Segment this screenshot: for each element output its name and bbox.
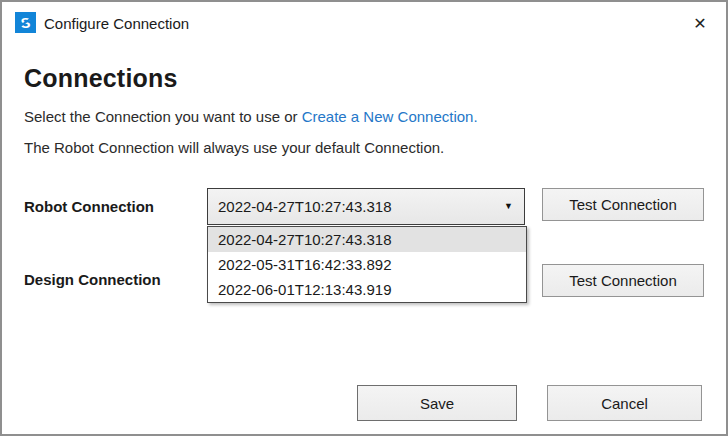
dropdown-option[interactable]: 2022-05-31T16:42:33.892 <box>208 252 526 277</box>
close-button[interactable]: ✕ <box>686 10 714 38</box>
save-button[interactable]: Save <box>357 385 517 421</box>
dropdown-option[interactable]: 2022-06-01T12:13:43.919 <box>208 277 526 302</box>
robot-test-connection-button[interactable]: Test Connection <box>542 188 704 221</box>
connection-dropdown-list: 2022-04-27T10:27:43.318 2022-05-31T16:42… <box>207 226 527 303</box>
window-title: Configure Connection <box>44 15 189 32</box>
design-connection-label: Design Connection <box>24 271 161 288</box>
design-test-connection-button[interactable]: Test Connection <box>542 264 704 297</box>
close-icon: ✕ <box>693 15 706 32</box>
robot-connection-label: Robot Connection <box>24 198 154 215</box>
intro-line-1: Select the Connection you want to use or… <box>24 108 478 125</box>
combobox-selected-value: 2022-04-27T10:27:43.318 <box>218 189 391 224</box>
page-title: Connections <box>24 64 178 93</box>
robot-connection-combobox[interactable]: 2022-04-27T10:27:43.318 ▼ <box>207 188 525 225</box>
app-icon: S <box>15 12 36 33</box>
create-new-connection-link[interactable]: Create a New Connection. <box>302 108 478 125</box>
dropdown-option[interactable]: 2022-04-27T10:27:43.318 <box>208 227 526 252</box>
intro-text: Select the Connection you want to use or <box>24 108 302 125</box>
cancel-button[interactable]: Cancel <box>547 385 702 421</box>
intro-line-2: The Robot Connection will always use you… <box>24 139 444 156</box>
chevron-down-icon: ▼ <box>504 189 513 224</box>
configure-connection-dialog: S Configure Connection ✕ Connections Sel… <box>0 0 728 436</box>
titlebar: S Configure Connection ✕ <box>2 2 726 44</box>
